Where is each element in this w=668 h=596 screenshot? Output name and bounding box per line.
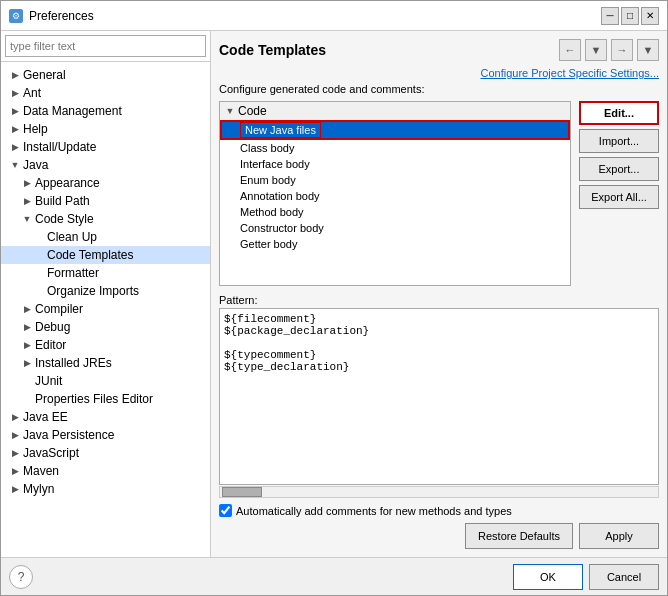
arrow-icon: ▶ <box>21 303 33 315</box>
minimize-button[interactable]: ─ <box>601 7 619 25</box>
sidebar-item-ant[interactable]: ▶ Ant <box>1 84 210 102</box>
tpl-item-new-java-files[interactable]: New Java files <box>220 120 570 140</box>
bottom-buttons: Restore Defaults Apply <box>219 523 659 549</box>
configure-project-link[interactable]: Configure Project Specific Settings... <box>219 67 659 79</box>
arrow-icon: ▼ <box>9 159 21 171</box>
panel-title: Code Templates <box>219 42 326 58</box>
tpl-item-getter-body[interactable]: Getter body <box>220 236 570 252</box>
tpl-item-class-body[interactable]: Class body <box>220 140 570 156</box>
arrow-icon: ▶ <box>9 123 21 135</box>
export-all-button[interactable]: Export All... <box>579 185 659 209</box>
sidebar-item-label: JavaScript <box>23 446 79 460</box>
filter-input[interactable] <box>5 35 206 57</box>
tree-container: ▶ General ▶ Ant ▶ Data Management ▶ Help <box>1 62 210 557</box>
sidebar-item-mylyn[interactable]: ▶ Mylyn <box>1 480 210 498</box>
sidebar-item-label: Maven <box>23 464 59 478</box>
sidebar-item-label: Clean Up <box>47 230 97 244</box>
configure-desc: Configure generated code and comments: <box>219 83 659 95</box>
tpl-item-label: New Java files <box>240 122 321 138</box>
tpl-item-label: Getter body <box>240 238 297 250</box>
back-button[interactable]: ← <box>559 39 581 61</box>
arrow-icon: ▶ <box>21 357 33 369</box>
arrow-icon: ▶ <box>9 69 21 81</box>
sidebar-item-label: Code Style <box>35 212 94 226</box>
tpl-item-label: Enum body <box>240 174 296 186</box>
sidebar-item-help[interactable]: ▶ Help <box>1 120 210 138</box>
import-button[interactable]: Import... <box>579 129 659 153</box>
restore-defaults-button[interactable]: Restore Defaults <box>465 523 573 549</box>
tpl-item-annotation-body[interactable]: Annotation body <box>220 188 570 204</box>
sidebar-item-installed-jres[interactable]: ▶ Installed JREs <box>1 354 210 372</box>
sidebar-item-label: Editor <box>35 338 66 352</box>
sidebar-item-compiler[interactable]: ▶ Compiler <box>1 300 210 318</box>
arrow-icon: ▶ <box>9 411 21 423</box>
sidebar-item-build-path[interactable]: ▶ Build Path <box>1 192 210 210</box>
sidebar-item-maven[interactable]: ▶ Maven <box>1 462 210 480</box>
arrow-icon: ▶ <box>9 447 21 459</box>
sidebar-item-organize-imports[interactable]: Organize Imports <box>1 282 210 300</box>
arrow-icon <box>33 285 45 297</box>
sidebar-item-label: Ant <box>23 86 41 100</box>
sidebar-item-junit[interactable]: JUnit <box>1 372 210 390</box>
sidebar-item-clean-up[interactable]: Clean Up <box>1 228 210 246</box>
code-group-header[interactable]: ▼ Code <box>220 102 570 120</box>
tpl-item-constructor-body[interactable]: Constructor body <box>220 220 570 236</box>
apply-button[interactable]: Apply <box>579 523 659 549</box>
arrow-icon: ▶ <box>9 141 21 153</box>
export-button[interactable]: Export... <box>579 157 659 181</box>
cancel-button[interactable]: Cancel <box>589 564 659 590</box>
right-header: Code Templates ← ▼ → ▼ <box>219 39 659 61</box>
tpl-item-enum-body[interactable]: Enum body <box>220 172 570 188</box>
expand-icon: ▼ <box>224 105 236 117</box>
sidebar-item-java-persistence[interactable]: ▶ Java Persistence <box>1 426 210 444</box>
tpl-item-interface-body[interactable]: Interface body <box>220 156 570 172</box>
sidebar-item-install-update[interactable]: ▶ Install/Update <box>1 138 210 156</box>
forward-button[interactable]: → <box>611 39 633 61</box>
auto-comments-checkbox[interactable] <box>219 504 232 517</box>
sidebar-item-properties-files-editor[interactable]: Properties Files Editor <box>1 390 210 408</box>
sidebar-item-debug[interactable]: ▶ Debug <box>1 318 210 336</box>
arrow-icon: ▼ <box>21 213 33 225</box>
ok-button[interactable]: OK <box>513 564 583 590</box>
window-footer: ? OK Cancel <box>1 557 667 595</box>
sidebar-item-data-management[interactable]: ▶ Data Management <box>1 102 210 120</box>
sidebar-item-java[interactable]: ▼ Java <box>1 156 210 174</box>
sidebar-item-java-ee[interactable]: ▶ Java EE <box>1 408 210 426</box>
horizontal-scrollbar[interactable] <box>219 486 659 498</box>
tpl-item-label: Constructor body <box>240 222 324 234</box>
sidebar-item-label: Formatter <box>47 266 99 280</box>
pattern-label: Pattern: <box>219 294 659 306</box>
tpl-item-label: Annotation body <box>240 190 320 202</box>
window-controls: ─ □ ✕ <box>601 7 659 25</box>
sidebar-item-label: Organize Imports <box>47 284 139 298</box>
maximize-button[interactable]: □ <box>621 7 639 25</box>
sidebar-item-label: Help <box>23 122 48 136</box>
app-icon: ⚙ <box>9 9 23 23</box>
title-bar-left: ⚙ Preferences <box>9 9 94 23</box>
sidebar-item-label: Code Templates <box>47 248 134 262</box>
dropdown2-button[interactable]: ▼ <box>637 39 659 61</box>
arrow-icon: ▶ <box>9 105 21 117</box>
sidebar-item-label: JUnit <box>35 374 62 388</box>
window-title: Preferences <box>29 9 94 23</box>
side-buttons: Edit... Import... Export... Export All..… <box>579 101 659 286</box>
sidebar-item-code-templates[interactable]: Code Templates <box>1 246 210 264</box>
arrow-icon <box>33 231 45 243</box>
sidebar-item-appearance[interactable]: ▶ Appearance <box>1 174 210 192</box>
close-button[interactable]: ✕ <box>641 7 659 25</box>
arrow-icon: ▶ <box>9 87 21 99</box>
arrow-icon <box>21 393 33 405</box>
sidebar-item-general[interactable]: ▶ General <box>1 66 210 84</box>
edit-button[interactable]: Edit... <box>579 101 659 125</box>
sidebar-item-javascript[interactable]: ▶ JavaScript <box>1 444 210 462</box>
templates-list-container: ▼ Code New Java files Class body Interfa… <box>219 101 571 286</box>
sidebar-item-label: Installed JREs <box>35 356 112 370</box>
sidebar-item-code-style[interactable]: ▼ Code Style <box>1 210 210 228</box>
pattern-textarea[interactable]: ${filecomment} ${package_declaration} ${… <box>219 308 659 485</box>
help-button[interactable]: ? <box>9 565 33 589</box>
sidebar-item-editor[interactable]: ▶ Editor <box>1 336 210 354</box>
arrow-icon: ▶ <box>21 177 33 189</box>
sidebar-item-formatter[interactable]: Formatter <box>1 264 210 282</box>
tpl-item-method-body[interactable]: Method body <box>220 204 570 220</box>
dropdown-button[interactable]: ▼ <box>585 39 607 61</box>
